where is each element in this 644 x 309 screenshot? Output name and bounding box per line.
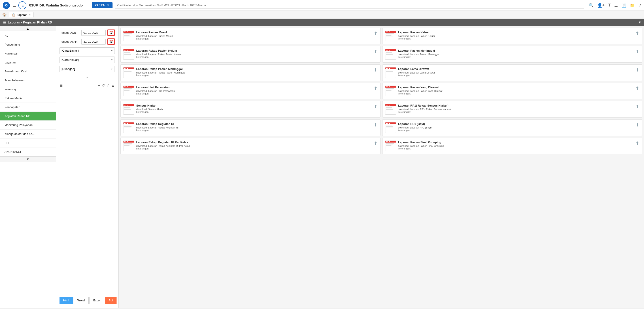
pdf-button[interactable]: Pdf <box>105 297 117 304</box>
report-download: download: Sensus Harian <box>136 108 372 111</box>
report-card[interactable]: Laporan Rekap Pasien Meninggal download:… <box>120 64 380 81</box>
sidebar-item-monitoring[interactable]: Monitoring Pelayanan <box>0 121 56 130</box>
report-card[interactable]: Laporan Pasien Keluar download: Laporan … <box>382 28 642 44</box>
report-thumbnail <box>385 141 396 151</box>
sidebar-item-inventory[interactable]: Inventory <box>0 85 56 94</box>
download-icon[interactable]: ⬆ <box>636 31 639 36</box>
laporan-tab[interactable]: 📋 Laporan ✕ <box>9 12 34 17</box>
report-download: download: Laporan Rekap Kegiatan RI <box>136 126 372 129</box>
add-user-icon[interactable]: 👤+ <box>597 3 605 8</box>
word-button[interactable]: Word <box>74 297 88 304</box>
download-icon[interactable]: ⬆ <box>636 104 639 109</box>
report-card[interactable]: Laporan Rekap Kegiatan RI Per Kelas down… <box>120 138 380 154</box>
download-icon[interactable]: ⬆ <box>374 86 378 91</box>
download-icon[interactable]: ⬆ <box>374 31 378 36</box>
ruangan-select[interactable]: [Ruangan] <box>60 66 115 72</box>
report-info: Laporan RP1 (Bayi) download: Laporan RP1… <box>398 122 634 132</box>
report-title: Laporan Pasien Yang Dirawat <box>398 86 634 89</box>
pasien-button[interactable]: PASIEN ▼ <box>92 2 113 8</box>
sidebar-item-kegiatan-ri-rd[interactable]: Kegiatan RI dan RD <box>0 112 56 121</box>
report-keterangan: keterangan: <box>398 111 634 113</box>
periode-awal-calendar-button[interactable]: 📅 <box>107 29 115 36</box>
list-view-icon[interactable]: ☰ <box>60 83 63 88</box>
download-icon[interactable]: ⬆ <box>374 67 378 72</box>
report-thumbnail <box>385 122 396 133</box>
report-title: Laporan Pasien Final Grouping <box>398 141 634 144</box>
download-icon[interactable]: ⬆ <box>374 141 378 146</box>
report-card[interactable]: Laporan Pasien Final Grouping download: … <box>382 138 642 154</box>
sidebar-item-layanan[interactable]: Layanan <box>0 58 56 67</box>
periode-akhir-input[interactable] <box>82 39 106 45</box>
section-title: Laporan - Kegiatan RI dan RD <box>8 20 52 24</box>
report-thumbnail <box>123 141 134 151</box>
report-card[interactable]: Laporan Pasien Masuk download: Laporan P… <box>120 28 380 44</box>
sidebar-item-rekam-medis[interactable]: Rekam Medis <box>0 94 56 103</box>
download-icon[interactable]: ⬆ <box>636 141 639 146</box>
nav-icons: 🔍 👤+ T ☰ 📄 📁 ↗ <box>589 3 642 8</box>
report-keterangan: keterangan: <box>136 37 372 40</box>
report-card[interactable]: Laporan Rekap Pasien Keluar download: La… <box>120 46 380 62</box>
download-icon[interactable]: ⬆ <box>374 122 378 127</box>
download-icon[interactable]: ⬆ <box>636 49 639 54</box>
download-icon[interactable]: ⬆ <box>374 49 378 54</box>
sidebar-item-ppi[interactable]: PPI <box>0 139 56 147</box>
report-keterangan: keterangan: <box>398 92 634 95</box>
sidebar-item-akuntansi[interactable]: AKUNTANSI <box>0 147 56 156</box>
folder-icon[interactable]: 📁 <box>630 3 635 8</box>
file-icon[interactable]: 📄 <box>622 3 626 8</box>
sidebar-item-jasa-pelayanan[interactable]: Jasa Pelayanan <box>0 76 56 85</box>
report-card[interactable]: Laporan Lama Dirawat download: Laporan L… <box>382 64 642 81</box>
sidebar: ▲ RL Pengunjung Kunjungan Layanan Peneri… <box>0 26 56 308</box>
download-icon[interactable]: ⬆ <box>636 86 639 91</box>
report-thumbnail <box>123 104 134 115</box>
report-keterangan: keterangan: <box>398 37 634 40</box>
close-tab-icon[interactable]: ✕ <box>29 14 31 16</box>
refresh-icon[interactable]: ↺ <box>102 83 105 88</box>
sidebar-item-pengunjung[interactable]: Pengunjung <box>0 40 56 49</box>
report-action: ⬆ <box>636 86 639 91</box>
report-card[interactable]: Laporan Pasien Yang Dirawat download: La… <box>382 83 642 99</box>
report-card[interactable]: Sensus Harian download: Sensus Harian ke… <box>120 101 380 117</box>
cara-bayar-select[interactable]: [Cara Bayar ] <box>60 47 115 54</box>
report-keterangan: keterangan: <box>136 74 372 77</box>
export-icon[interactable]: ↗ <box>638 3 642 8</box>
home-icon[interactable]: 🏠 <box>2 12 7 17</box>
download-icon[interactable]: ⬆ <box>636 67 639 72</box>
add-icon[interactable]: + <box>98 84 100 88</box>
text-icon[interactable]: T <box>608 3 611 8</box>
report-info: Laporan Rekap Kegiatan RI Per Kelas down… <box>136 141 372 150</box>
sidebar-scroll-down[interactable]: ▼ <box>0 156 56 162</box>
list-icon[interactable]: ☰ <box>614 3 618 8</box>
expand-icon[interactable]: ⤢ <box>638 20 641 24</box>
hamburger-icon[interactable]: ☰ <box>12 3 16 8</box>
html-button[interactable]: Html <box>60 297 73 304</box>
periode-akhir-calendar-button[interactable]: 📅 <box>107 38 115 45</box>
sidebar-item-kinerja-dokter[interactable]: Kinerja dokter dan pe... <box>0 130 56 139</box>
sidebar-scroll-up[interactable]: ▲ <box>0 26 56 31</box>
sidebar-item-pendapatan[interactable]: Pendapatan <box>0 103 56 112</box>
report-keterangan: keterangan: <box>136 56 372 58</box>
report-title: Laporan Rekap Kegiatan RI <box>136 122 372 126</box>
sidebar-item-rl[interactable]: RL <box>0 31 56 40</box>
download-icon[interactable]: ⬆ <box>636 122 639 127</box>
download-icon[interactable]: ⬆ <box>374 104 378 109</box>
periode-awal-input[interactable] <box>82 30 106 36</box>
report-card[interactable]: Laporan RP1 (Bayi) download: Laporan RP1… <box>382 119 642 136</box>
collapse-icon[interactable]: ▲ <box>111 84 115 88</box>
excel-button[interactable]: Excel <box>90 297 104 304</box>
report-card[interactable]: Laporan Hari Perawatan download: Laporan… <box>120 83 380 99</box>
report-info: Laporan Rekap Pasien Keluar download: La… <box>136 49 372 58</box>
report-download: download: Laporan Hari Perawatan <box>136 90 372 92</box>
sidebar-item-penerimaan-kasir[interactable]: Penerimaan Kasir <box>0 67 56 76</box>
report-card[interactable]: Laporan Pasien Meninggal download: Lapor… <box>382 46 642 62</box>
cara-keluar-select[interactable]: [Cara Keluar] <box>60 56 115 63</box>
report-thumbnail <box>123 67 134 78</box>
hospital-name: RSUP. DR. Wahidin Sudirohusodo <box>29 3 83 7</box>
hamburger-section-icon[interactable]: ☰ <box>3 20 6 24</box>
search-icon[interactable]: 🔍 <box>589 3 594 8</box>
sidebar-item-kunjungan[interactable]: Kunjungan <box>0 49 56 58</box>
report-card[interactable]: Laporan Rekap Kegiatan RI download: Lapo… <box>120 119 380 136</box>
report-card[interactable]: Laporan RP1( Rekap Sensus Harian) downlo… <box>382 101 642 117</box>
patient-search-input[interactable] <box>115 2 584 8</box>
check-icon[interactable]: ✓ <box>106 83 110 88</box>
